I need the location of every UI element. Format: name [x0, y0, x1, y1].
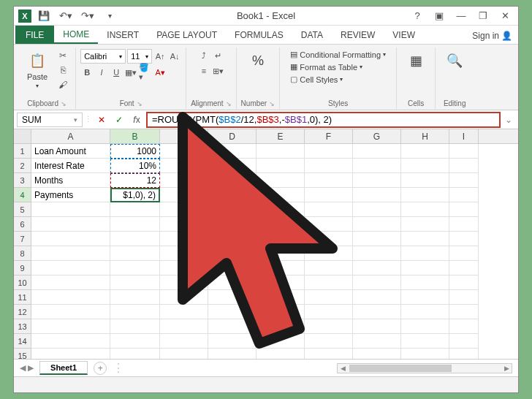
number-launcher[interactable]: ↘ — [269, 100, 275, 107]
cell-G3[interactable] — [353, 173, 401, 188]
cell-F9[interactable] — [305, 261, 353, 276]
align-top-button[interactable]: ⤴ — [197, 49, 210, 62]
cell-E2[interactable] — [256, 159, 305, 173]
cell-B1[interactable]: 1000 — [110, 144, 160, 159]
row-header[interactable]: 7 — [14, 232, 31, 246]
bold-button[interactable]: B — [80, 66, 94, 79]
tab-file[interactable]: FILE — [15, 26, 54, 44]
cell-G4[interactable] — [353, 188, 401, 202]
formula-input[interactable]: =ROUND(PMT($B$2/12,$B$3,-$B$1,0), 2) — [146, 112, 501, 128]
font-name-selector[interactable]: Calibri▾ — [80, 49, 126, 64]
number-format-button[interactable]: % — [243, 49, 273, 72]
cell-C7[interactable] — [160, 232, 208, 246]
find-select-button[interactable]: 🔍 — [440, 49, 469, 72]
cell-E12[interactable] — [256, 305, 305, 319]
tab-page-layout[interactable]: PAGE LAYOUT — [148, 26, 226, 44]
cell-E7[interactable] — [256, 232, 305, 246]
cell-I4[interactable] — [449, 188, 479, 202]
cell-B9[interactable] — [110, 261, 160, 276]
col-header-d[interactable]: D — [208, 129, 256, 143]
cell-H8[interactable] — [401, 246, 449, 261]
cell-G13[interactable] — [353, 319, 401, 334]
cell-C14[interactable] — [160, 334, 208, 349]
cell-E13[interactable] — [256, 319, 305, 334]
cell-F14[interactable] — [305, 334, 353, 349]
cell-E8[interactable] — [256, 246, 305, 261]
cell-I13[interactable] — [449, 319, 479, 334]
cell-G10[interactable] — [353, 276, 401, 290]
cell-F1[interactable] — [305, 144, 353, 159]
col-header-a[interactable]: A — [31, 129, 110, 143]
minimize-button[interactable]: — — [451, 8, 471, 24]
select-all-button[interactable] — [14, 129, 31, 143]
qat-save-button[interactable]: 💾 — [34, 8, 53, 24]
cell-G9[interactable] — [353, 261, 401, 276]
col-header-b[interactable]: B — [110, 129, 160, 143]
cell-D14[interactable] — [208, 334, 256, 349]
cell-H10[interactable] — [401, 276, 449, 290]
row-header[interactable]: 4 — [14, 188, 31, 202]
wrap-text-button[interactable]: ↵ — [212, 49, 225, 62]
cell-H3[interactable] — [401, 173, 449, 188]
cell-A1[interactable]: Loan Amount — [31, 144, 110, 159]
row-header[interactable]: 15 — [14, 349, 31, 359]
cell-A5[interactable] — [31, 202, 110, 217]
cell-H15[interactable] — [401, 349, 449, 359]
sign-in-link[interactable]: Sign in👤 — [466, 28, 518, 44]
cell-D2[interactable] — [208, 159, 256, 173]
row-header[interactable]: 5 — [14, 202, 31, 217]
format-painter-button[interactable]: 🖌 — [55, 78, 71, 91]
cell-C11[interactable] — [160, 290, 208, 305]
cell-H5[interactable] — [401, 202, 449, 217]
cell-E11[interactable] — [256, 290, 305, 305]
cell-E6[interactable] — [256, 217, 305, 232]
cell-I12[interactable] — [449, 305, 479, 319]
tab-home[interactable]: HOME — [54, 26, 98, 44]
cell-A6[interactable] — [31, 217, 110, 232]
cell-D7[interactable] — [208, 232, 256, 246]
row-header[interactable]: 8 — [14, 246, 31, 261]
cell-F13[interactable] — [305, 319, 353, 334]
cell-E10[interactable] — [256, 276, 305, 290]
tab-formulas[interactable]: FORMULAS — [226, 26, 292, 44]
row-header[interactable]: 14 — [14, 334, 31, 349]
cell-H7[interactable] — [401, 232, 449, 246]
cell-C15[interactable] — [160, 349, 208, 359]
cell-B6[interactable] — [110, 217, 160, 232]
cell-F5[interactable] — [305, 202, 353, 217]
cell-H6[interactable] — [401, 217, 449, 232]
cell-G6[interactable] — [353, 217, 401, 232]
cell-F10[interactable] — [305, 276, 353, 290]
paste-button[interactable]: 📋 Paste ▾ — [23, 49, 52, 91]
cell-F11[interactable] — [305, 290, 353, 305]
cell-F12[interactable] — [305, 305, 353, 319]
cut-button[interactable]: ✂ — [55, 49, 71, 62]
row-header[interactable]: 2 — [14, 159, 31, 173]
cell-A12[interactable] — [31, 305, 110, 319]
cell-styles-button[interactable]: ▢Cell Styles▾ — [289, 74, 344, 85]
add-sheet-button[interactable]: + — [94, 362, 107, 375]
cell-I7[interactable] — [449, 232, 479, 246]
cell-I3[interactable] — [449, 173, 479, 188]
cell-I5[interactable] — [449, 202, 479, 217]
qat-customize-button[interactable]: ▾ — [100, 8, 119, 24]
cell-C2[interactable] — [160, 159, 208, 173]
cell-H4[interactable] — [401, 188, 449, 202]
cell-B15[interactable] — [110, 349, 160, 359]
cell-I11[interactable] — [449, 290, 479, 305]
cell-A10[interactable] — [31, 276, 110, 290]
cell-A9[interactable] — [31, 261, 110, 276]
scroll-left-button[interactable]: ◀ — [338, 364, 348, 373]
cell-G15[interactable] — [353, 349, 401, 359]
sheet-nav[interactable]: ◀ ▶ — [20, 363, 34, 373]
cell-D6[interactable] — [208, 217, 256, 232]
cell-D15[interactable] — [208, 349, 256, 359]
cells-button[interactable]: ▦ — [401, 49, 430, 72]
cell-F15[interactable] — [305, 349, 353, 359]
cell-H13[interactable] — [401, 319, 449, 334]
cell-A8[interactable] — [31, 246, 110, 261]
underline-button[interactable]: U — [110, 66, 123, 79]
row-header[interactable]: 11 — [14, 290, 31, 305]
cell-I14[interactable] — [449, 334, 479, 349]
col-header-i[interactable]: I — [449, 129, 479, 143]
